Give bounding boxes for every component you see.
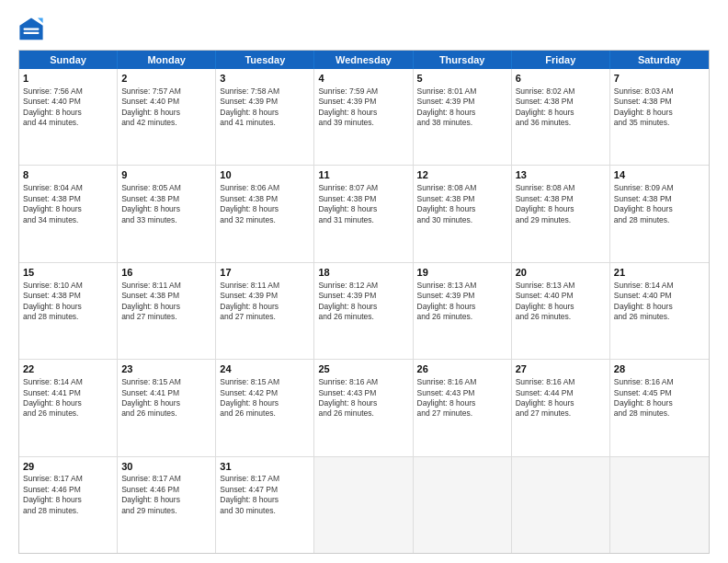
day-info-line: Sunrise: 8:02 AM [516,86,606,97]
day-cell-3: 3Sunrise: 7:58 AMSunset: 4:39 PMDaylight… [216,69,314,165]
day-info-line: Daylight: 8 hours [516,204,606,214]
day-info-line: Sunrise: 8:15 AM [121,377,211,387]
weekday-header-wednesday: Wednesday [314,51,413,69]
day-number: 8 [23,168,113,182]
day-info-line: Sunrise: 7:56 AM [23,86,113,97]
day-number: 5 [417,72,507,86]
day-info-line: Daylight: 8 hours [220,204,310,214]
day-info-line: and 26 minutes. [220,408,310,419]
calendar-row-3: 22Sunrise: 8:14 AMSunset: 4:41 PMDayligh… [19,359,709,455]
day-info-line: Sunset: 4:46 PM [23,485,113,495]
day-info-line: Sunrise: 7:57 AM [121,86,211,97]
day-info-line: Sunset: 4:40 PM [23,97,113,107]
day-info-line: and 28 minutes. [23,312,113,322]
day-info-line: and 34 minutes. [23,215,113,225]
day-number: 29 [23,460,113,474]
day-cell-7: 7Sunrise: 8:03 AMSunset: 4:38 PMDaylight… [610,69,709,165]
day-info-line: Sunset: 4:40 PM [614,291,705,301]
day-cell-27: 27Sunrise: 8:16 AMSunset: 4:44 PMDayligh… [512,360,610,455]
day-cell-1: 1Sunrise: 7:56 AMSunset: 4:40 PMDaylight… [19,69,118,165]
day-cell-25: 25Sunrise: 8:16 AMSunset: 4:43 PMDayligh… [314,360,413,455]
day-cell-14: 14Sunrise: 8:09 AMSunset: 4:38 PMDayligh… [610,166,709,261]
day-info-line: and 26 minutes. [614,312,705,322]
day-info-line: Sunrise: 8:11 AM [220,281,310,291]
day-number: 28 [614,362,705,376]
day-cell-31: 31Sunrise: 8:17 AMSunset: 4:47 PMDayligh… [216,457,314,553]
day-info-line: Sunrise: 8:12 AM [318,281,408,291]
day-info-line: Daylight: 8 hours [516,108,606,118]
day-number: 16 [121,266,211,280]
day-info-line: Sunrise: 8:05 AM [121,183,211,193]
calendar-row-1: 8Sunrise: 8:04 AMSunset: 4:38 PMDaylight… [19,165,709,261]
logo [18,17,48,42]
day-info-line: and 26 minutes. [318,312,408,322]
day-info-line: Sunset: 4:39 PM [318,97,408,107]
day-number: 7 [614,72,705,86]
day-info-line: Sunrise: 8:16 AM [318,377,408,387]
day-info-line: Sunset: 4:38 PM [121,291,211,301]
day-cell-23: 23Sunrise: 8:15 AMSunset: 4:41 PMDayligh… [118,360,216,455]
day-cell-empty-4-5 [512,457,610,553]
day-info-line: Sunset: 4:38 PM [614,97,705,107]
day-cell-15: 15Sunrise: 8:10 AMSunset: 4:38 PMDayligh… [19,263,118,359]
day-info-line: Daylight: 8 hours [23,108,113,118]
day-number: 11 [318,168,408,182]
day-info-line: Daylight: 8 hours [220,398,310,408]
day-cell-6: 6Sunrise: 8:02 AMSunset: 4:38 PMDaylight… [512,69,610,165]
day-cell-11: 11Sunrise: 8:07 AMSunset: 4:38 PMDayligh… [314,166,413,261]
day-cell-17: 17Sunrise: 8:11 AMSunset: 4:39 PMDayligh… [216,263,314,359]
day-info-line: and 42 minutes. [121,118,211,128]
day-info-line: Sunrise: 8:17 AM [23,474,113,484]
day-info-line: Sunset: 4:39 PM [220,291,310,301]
day-info-line: Sunrise: 8:09 AM [614,183,705,193]
day-cell-5: 5Sunrise: 8:01 AMSunset: 4:39 PMDaylight… [414,69,512,165]
day-info-line: Sunrise: 8:10 AM [23,281,113,291]
day-info-line: Sunrise: 7:59 AM [318,86,408,97]
day-number: 15 [23,266,113,280]
day-info-line: and 31 minutes. [318,215,408,225]
day-info-line: Sunset: 4:38 PM [23,194,113,204]
day-cell-empty-4-6 [610,457,709,553]
weekday-header-thursday: Thursday [414,51,512,69]
day-info-line: Sunrise: 8:13 AM [417,281,507,291]
day-info-line: Sunset: 4:38 PM [614,194,705,204]
day-info-line: and 30 minutes. [417,215,507,225]
calendar-row-0: 1Sunrise: 7:56 AMSunset: 4:40 PMDaylight… [19,69,709,165]
day-info-line: Daylight: 8 hours [318,398,408,408]
day-info-line: and 38 minutes. [417,118,507,128]
day-info-line: Sunrise: 8:11 AM [121,281,211,291]
day-cell-16: 16Sunrise: 8:11 AMSunset: 4:38 PMDayligh… [118,263,216,359]
day-cell-26: 26Sunrise: 8:16 AMSunset: 4:43 PMDayligh… [414,360,512,455]
day-info-line: Sunrise: 8:15 AM [220,377,310,387]
day-info-line: and 26 minutes. [121,408,211,419]
day-number: 22 [23,362,113,376]
day-info-line: Daylight: 8 hours [318,302,408,312]
day-info-line: Sunset: 4:41 PM [23,388,113,398]
weekday-header-monday: Monday [118,51,216,69]
day-info-line: and 28 minutes. [23,506,113,516]
day-number: 19 [417,266,507,280]
day-info-line: Sunset: 4:40 PM [121,97,211,107]
day-info-line: Daylight: 8 hours [516,398,606,408]
day-number: 31 [220,460,310,474]
day-number: 23 [121,362,211,376]
day-info-line: Sunrise: 7:58 AM [220,86,310,97]
day-number: 9 [121,168,211,182]
day-info-line: Sunrise: 8:14 AM [23,377,113,387]
day-info-line: Daylight: 8 hours [23,204,113,214]
day-info-line: and 36 minutes. [516,118,606,128]
svg-rect-3 [24,32,40,34]
day-info-line: and 27 minutes. [220,312,310,322]
day-number: 20 [516,266,606,280]
day-info-line: Sunrise: 8:17 AM [220,474,310,484]
day-cell-2: 2Sunrise: 7:57 AMSunset: 4:40 PMDaylight… [118,69,216,165]
day-info-line: Daylight: 8 hours [417,108,507,118]
day-info-line: Daylight: 8 hours [417,398,507,408]
day-info-line: and 27 minutes. [121,312,211,322]
day-cell-10: 10Sunrise: 8:06 AMSunset: 4:38 PMDayligh… [216,166,314,261]
day-info-line: Daylight: 8 hours [220,108,310,118]
day-number: 12 [417,168,507,182]
day-cell-18: 18Sunrise: 8:12 AMSunset: 4:39 PMDayligh… [314,263,413,359]
day-info-line: Daylight: 8 hours [220,495,310,505]
day-info-line: Sunrise: 8:08 AM [516,183,606,193]
